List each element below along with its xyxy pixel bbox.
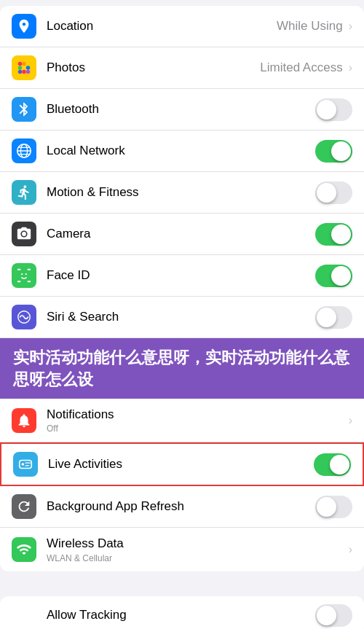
row-value-location: While Using — [277, 19, 343, 34]
row-sublabel-notifications: Off — [47, 423, 347, 434]
settings-row-bluetooth[interactable]: Bluetooth — [0, 89, 364, 130]
svg-rect-16 — [17, 281, 21, 282]
settings-page: Location While Using › Photos Limited Ac… — [0, 6, 364, 629]
toggle-thumb-bgrefresh — [317, 497, 336, 517]
toggle-bluetooth[interactable] — [315, 98, 352, 121]
label-wrap-allowtracking: Allow Tracking — [47, 607, 315, 623]
chevron-icon-location: › — [349, 20, 352, 33]
svg-point-18 — [21, 273, 23, 275]
row-label-bluetooth: Bluetooth — [47, 101, 315, 117]
label-wrap-faceid: Face ID — [47, 267, 315, 284]
svg-point-1 — [22, 62, 26, 66]
label-wrap-sirisearch: Siri & Search — [47, 309, 315, 325]
row-right-notifications: › — [347, 414, 352, 427]
camera-icon — [12, 222, 36, 246]
row-right-location: While Using › — [277, 19, 352, 34]
toggle-motionfit[interactable] — [315, 181, 352, 204]
row-label-faceid: Face ID — [47, 267, 315, 284]
row-sublabel-wirelessdata: WLAN & Cellular — [47, 553, 347, 563]
row-label-sirisearch: Siri & Search — [47, 309, 315, 325]
wireless-icon — [12, 537, 36, 562]
toggle-thumb-motionfit — [317, 183, 336, 203]
chevron-icon-wirelessdata: › — [349, 543, 352, 556]
settings-row-wirelessdata[interactable]: Wireless Data WLAN & Cellular › — [0, 528, 364, 571]
svg-point-7 — [22, 70, 26, 74]
row-label-notifications: Notifications — [47, 407, 347, 423]
label-wrap-photos: Photos — [47, 60, 260, 76]
faceid-icon — [12, 263, 36, 288]
label-wrap-wirelessdata: Wireless Data WLAN & Cellular — [47, 536, 347, 563]
row-label-photos: Photos — [47, 60, 260, 76]
banner-overlay: 实时活动功能什么意思呀，实时活动功能什么意思呀怎么设 — [0, 338, 364, 399]
svg-rect-15 — [28, 269, 31, 270]
settings-row-motionfit[interactable]: Motion & Fitness — [0, 172, 364, 214]
settings-row-camera[interactable]: Camera — [0, 214, 364, 255]
svg-point-4 — [22, 66, 26, 70]
toggle-faceid[interactable] — [315, 265, 352, 287]
toggle-thumb-bluetooth — [317, 100, 336, 120]
svg-point-3 — [18, 66, 23, 70]
section-divider — [0, 577, 364, 590]
motion-icon — [12, 180, 36, 205]
banner-text: 实时活动功能什么意思呀，实时活动功能什么意思呀怎么设 — [13, 348, 349, 388]
refresh-icon — [12, 494, 36, 519]
settings-row-allowtracking[interactable]: Allow Tracking — [0, 596, 364, 629]
label-wrap-camera: Camera — [47, 226, 315, 242]
row-right-wirelessdata: › — [347, 543, 352, 556]
toggle-thumb-liveactivities — [330, 455, 349, 474]
row-right-photos: Limited Access › — [260, 60, 352, 75]
toggle-localnetwork[interactable] — [315, 140, 352, 163]
svg-rect-21 — [20, 461, 32, 469]
svg-rect-14 — [17, 269, 21, 270]
svg-point-2 — [26, 62, 31, 66]
row-label-motionfit: Motion & Fitness — [47, 184, 315, 200]
row-label-location: Location — [47, 18, 277, 34]
siri-icon — [12, 305, 36, 329]
settings-row-localnetwork[interactable]: Local Network — [0, 130, 364, 172]
row-label-camera: Camera — [47, 226, 315, 242]
label-wrap-bluetooth: Bluetooth — [47, 101, 315, 117]
label-wrap-bgrefresh: Background App Refresh — [47, 499, 315, 515]
label-wrap-localnetwork: Local Network — [47, 143, 315, 159]
row-label-allowtracking: Allow Tracking — [47, 607, 315, 623]
settings-row-photos[interactable]: Photos Limited Access › — [0, 47, 364, 89]
toggle-allowtracking[interactable] — [315, 604, 352, 627]
svg-point-6 — [18, 70, 23, 74]
row-label-localnetwork: Local Network — [47, 143, 315, 159]
settings-row-location[interactable]: Location While Using › — [0, 6, 364, 47]
photos-icon — [12, 55, 36, 80]
toggle-thumb-localnetwork — [331, 141, 351, 161]
row-label-bgrefresh: Background App Refresh — [47, 499, 315, 515]
row-label-wirelessdata: Wireless Data — [47, 536, 347, 552]
liveactivities-icon — [13, 452, 38, 477]
bluetooth-icon — [12, 97, 36, 122]
label-wrap-notifications: Notifications Off — [47, 407, 347, 434]
settings-row-bgrefresh[interactable]: Background App Refresh — [0, 486, 364, 528]
location-icon — [12, 14, 36, 39]
toggle-bgrefresh[interactable] — [315, 496, 352, 518]
svg-point-22 — [22, 464, 25, 466]
tracking-settings-list: Allow Tracking — [0, 596, 364, 629]
svg-rect-17 — [28, 281, 31, 282]
label-wrap-location: Location — [47, 18, 277, 34]
main-settings-list: Location While Using › Photos Limited Ac… — [0, 6, 364, 571]
label-wrap-liveactivities: Live Activities — [48, 456, 314, 472]
settings-row-notifications[interactable]: Notifications Off › — [0, 399, 364, 442]
settings-row-liveactivities[interactable]: Live Activities — [0, 442, 364, 486]
svg-point-5 — [26, 66, 31, 70]
notifications-icon — [12, 408, 36, 433]
chevron-icon-notifications: › — [349, 414, 352, 427]
toggle-thumb-allowtracking — [317, 606, 336, 625]
toggle-thumb-camera — [331, 224, 351, 244]
settings-row-sirisearch[interactable]: Siri & Search — [0, 297, 364, 338]
toggle-camera[interactable] — [315, 223, 352, 246]
toggle-liveactivities[interactable] — [314, 453, 351, 476]
toggle-thumb-sirisearch — [317, 308, 336, 327]
toggle-sirisearch[interactable] — [315, 306, 352, 329]
chevron-icon-photos: › — [349, 61, 352, 74]
settings-row-faceid[interactable]: Face ID — [0, 255, 364, 297]
svg-point-19 — [25, 273, 27, 275]
svg-point-0 — [18, 62, 23, 66]
row-label-liveactivities: Live Activities — [48, 456, 314, 472]
network-icon — [12, 138, 36, 163]
